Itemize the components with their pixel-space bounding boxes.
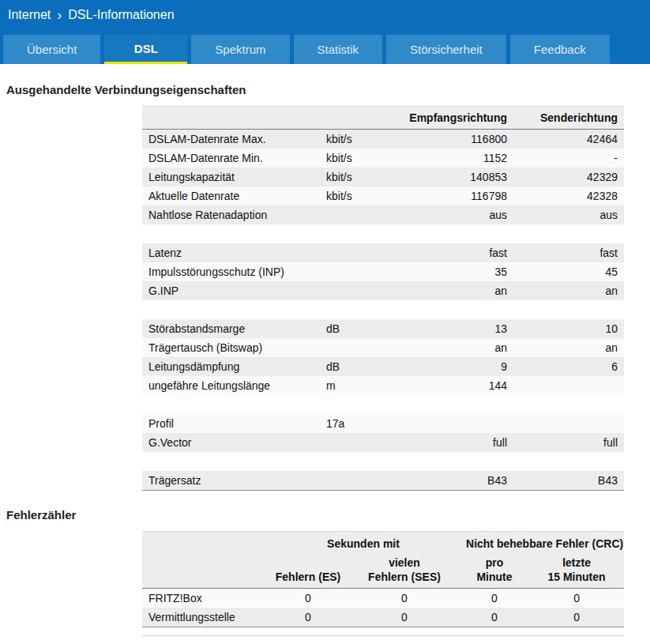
cell-unit <box>320 262 395 281</box>
cell-name: Störabstandsmarge <box>142 319 320 338</box>
cell-tx: fast <box>513 243 624 262</box>
cell-unit: dB <box>320 319 395 338</box>
col-vielen-fehlern-ses: vielen Fehlern (SES) <box>349 553 460 589</box>
cell-tx: 10 <box>513 319 624 338</box>
cell-name: DSLAM-Datenrate Max. <box>142 130 320 149</box>
cell-rx <box>395 414 513 433</box>
cell-tx: 6 <box>513 357 624 376</box>
cell-tx: 45 <box>513 262 624 281</box>
cell-name: G.Vector <box>142 433 320 452</box>
spacer-row <box>142 300 624 319</box>
table-row: DSLAM-Datenrate Max.kbit/s11680042464 <box>142 130 624 149</box>
breadcrumb-section[interactable]: Internet <box>8 8 51 22</box>
cell-name: ungefähre Leitungslänge <box>142 376 320 395</box>
cell-unit: kbit/s <box>320 168 395 186</box>
col-senderichtung: Senderichtung <box>513 107 624 130</box>
cell-tx <box>513 376 624 395</box>
cell-es: 0 <box>267 589 349 608</box>
cell-name: G.INP <box>142 281 320 300</box>
cell-unit <box>320 243 395 262</box>
cell-unit <box>320 433 395 452</box>
error-table: Sekunden mit Nicht behebbare Fehler (CRC… <box>142 531 624 627</box>
cell-tx: B43 <box>513 471 624 491</box>
cell-ses: 0 <box>349 608 460 627</box>
table-row: Trägertausch (Bitswap)anan <box>142 338 624 357</box>
cell-name: Profil <box>142 414 320 433</box>
cell-unit: 17a <box>320 414 395 433</box>
section-divider <box>142 635 624 636</box>
spacer-row <box>142 452 624 471</box>
cell-unit: dB <box>320 357 395 376</box>
cell-rx: full <box>395 433 513 452</box>
tab-dsl[interactable]: DSL <box>104 35 187 64</box>
cell-name: Leitungsdämpfung <box>142 357 320 376</box>
cell-name: Latenz <box>142 243 320 262</box>
cell-unit <box>320 471 395 491</box>
table-row: Profil17a <box>142 414 624 433</box>
connection-table: Empfangsrichtung Senderichtung DSLAM-Dat… <box>142 106 624 491</box>
breadcrumb-page: DSL-Informationen <box>68 8 174 22</box>
cell-name: Vermittlungsstelle <box>142 608 267 627</box>
cell-name: Aktuelle Datenrate <box>142 186 320 205</box>
col-unit-empty <box>320 107 395 130</box>
cell-unit <box>320 281 395 300</box>
cell-tx: - <box>513 149 624 168</box>
col-name-empty <box>142 107 320 130</box>
cell-unit: kbit/s <box>320 186 395 205</box>
breadcrumb: Internet › DSL-Informationen <box>0 0 650 30</box>
section-title-connection: Ausgehandelte Verbindungseigenschaften <box>6 83 650 96</box>
cell-name: Nahtlose Ratenadaption <box>142 205 320 224</box>
cell-pro: 0 <box>460 608 529 627</box>
tab-ubersicht[interactable]: Übersicht <box>3 35 100 64</box>
cell-name: Trägersatz <box>142 471 320 491</box>
table-row: TrägersatzB43B43 <box>142 471 624 491</box>
tab-bar: ÜbersichtDSLSpektrumStatistikStörsicherh… <box>0 30 650 64</box>
cell-rx: fast <box>395 243 513 262</box>
connection-table-header-row: Empfangsrichtung Senderichtung <box>142 107 624 130</box>
cell-name: Impulsstörungsschutz (INP) <box>142 262 320 281</box>
table-row: G.INPanan <box>142 281 624 300</box>
cell-rx: an <box>395 338 513 357</box>
group-empty <box>142 532 267 554</box>
tab-feedback[interactable]: Feedback <box>510 35 610 64</box>
group-sekunden-mit: Sekunden mit <box>267 532 460 554</box>
table-row: Impulsstörungsschutz (INP)3545 <box>142 262 624 281</box>
col-fehlern-es: Fehlern (ES) <box>267 553 349 589</box>
table-row: Leitungskapazitätkbit/s14085342329 <box>142 168 624 186</box>
cell-tx: 42464 <box>513 130 624 149</box>
cell-rx: 140853 <box>395 168 513 186</box>
cell-es: 0 <box>267 608 349 627</box>
table-row: Vermittlungsstelle0000 <box>142 608 624 627</box>
cell-rx: 116798 <box>395 186 513 205</box>
cell-rx: B43 <box>395 471 513 491</box>
cell-tx <box>513 414 624 433</box>
cell-rx: an <box>395 281 513 300</box>
cell-unit <box>320 338 395 357</box>
cell-name: Leitungskapazität <box>142 168 320 186</box>
table-row: LeitungsdämpfungdB96 <box>142 357 624 376</box>
spacer-cell <box>142 300 624 319</box>
spacer-cell <box>142 224 624 243</box>
spacer-row <box>142 395 624 414</box>
section-title-errors: Fehlerzähler <box>6 508 650 522</box>
cell-tx: aus <box>513 205 624 224</box>
tab-spektrum[interactable]: Spektrum <box>191 35 289 64</box>
cell-rx: 116800 <box>395 130 513 149</box>
tab-statistik[interactable]: Statistik <box>294 35 383 64</box>
table-row: ungefähre Leitungslängem144 <box>142 376 624 395</box>
cell-last: 0 <box>529 589 624 608</box>
cell-tx: an <box>513 338 624 357</box>
cell-unit: kbit/s <box>320 130 395 149</box>
table-row: DSLAM-Datenrate Min.kbit/s1152- <box>142 149 624 168</box>
cell-ses: 0 <box>349 589 460 608</box>
cell-unit: m <box>320 376 395 395</box>
cell-rx: 9 <box>395 357 513 376</box>
cell-pro: 0 <box>460 589 529 608</box>
cell-last: 0 <box>529 608 624 627</box>
tab-storsicherheit[interactable]: Störsicherheit <box>386 35 506 64</box>
col-letzte-15-minuten: letzte 15 Minuten <box>529 553 624 589</box>
col-name-empty <box>142 553 267 589</box>
cell-tx: full <box>513 433 624 452</box>
table-row: Latenzfastfast <box>142 243 624 262</box>
cell-rx: 144 <box>395 376 513 395</box>
